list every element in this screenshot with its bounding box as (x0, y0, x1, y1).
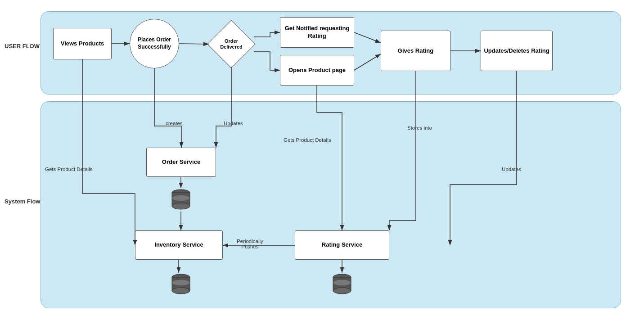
user-flow-label: USER FLOW (5, 43, 40, 50)
order-delivered-node: OrderDelivered (209, 22, 254, 67)
svg-point-10 (333, 288, 351, 294)
db-inventory-icon (170, 273, 192, 296)
svg-point-7 (172, 279, 190, 286)
order-service-node: Order Service (146, 148, 216, 177)
updates2-label: Updates (502, 167, 521, 172)
db-rating-icon (331, 273, 353, 296)
periodically-pushes-label: PeriodicallyPushes (237, 239, 263, 249)
svg-point-2 (172, 203, 190, 209)
svg-point-6 (172, 288, 190, 294)
gets-product-details1-label: Gets Product Details (45, 167, 92, 172)
places-order-node: Places Order Successfully (130, 19, 179, 68)
svg-point-3 (172, 195, 190, 201)
gets-product-details2-label: Gets Product Details (284, 137, 331, 143)
rating-service-node: Rating Service (295, 230, 389, 260)
inventory-service-node: Inventory Service (135, 230, 223, 260)
get-notified-node: Get Notified requesting Rating (280, 17, 354, 48)
stores-into-label: Stores into (407, 125, 432, 131)
svg-point-11 (333, 279, 351, 286)
db-order-icon (170, 188, 192, 212)
creates-label: creates (166, 121, 183, 126)
views-products-node: Views Products (53, 28, 112, 59)
system-flow-box (41, 101, 621, 308)
gives-rating-node: Gives Rating (381, 31, 450, 71)
diamond-text: OrderDelivered (209, 22, 254, 67)
updates-label: Updates (224, 121, 243, 126)
updates-deletes-node: Updates/Deletes Rating (481, 31, 553, 71)
opens-product-node: Opens Product page (280, 55, 354, 86)
diagram-container: USER FLOW System Flow Views Products Pla… (5, 5, 639, 315)
system-flow-label: System Flow (5, 198, 40, 205)
